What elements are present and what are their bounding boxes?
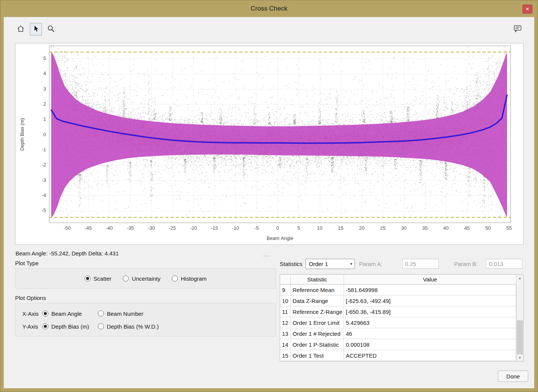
table-row[interactable]: 15 Order 1 Test ACCEPTED bbox=[280, 350, 523, 361]
row-value: [-650.36, -415.89] bbox=[344, 306, 516, 317]
toolbar bbox=[15, 22, 524, 36]
dropdown-value: Order 1 bbox=[309, 261, 328, 267]
radio-scatter-label: Scatter bbox=[94, 275, 112, 282]
home-icon bbox=[17, 25, 25, 34]
row-value: -581.649998 bbox=[344, 284, 516, 295]
cursor-position-readout: Beam Angle: -55.242, Depth Delta: 4.431 bbox=[15, 250, 119, 257]
radio-beam-number[interactable]: Beam Number bbox=[98, 311, 143, 317]
radio-depth-bias-wd-indicator bbox=[98, 323, 104, 329]
y-axis-row: Y-Axis Depth Bias (m) Depth Bias (% W.D.… bbox=[22, 321, 276, 332]
statistics-header: Statistics Order 1 ▾ Param A: Param B: bbox=[280, 258, 524, 269]
radio-uncertainty[interactable]: Uncertainty bbox=[123, 275, 160, 282]
radio-histogram-label: Histogram bbox=[181, 275, 207, 282]
close-button[interactable]: ✕ bbox=[523, 5, 532, 14]
radio-depth-bias-wd-label: Depth Bias (% W.D.) bbox=[107, 323, 159, 330]
row-statistic: Reference Z-Range bbox=[291, 306, 344, 317]
plot-options-group: X-Axis Beam Angle Beam Number Y-Axis Dep… bbox=[15, 303, 276, 337]
param-b-input[interactable] bbox=[486, 259, 523, 269]
annotations-button[interactable] bbox=[512, 23, 524, 35]
row-number: 12 bbox=[280, 317, 291, 328]
row-statistic: Order 1 P-Statistic bbox=[291, 339, 344, 350]
radio-beam-angle-indicator bbox=[42, 311, 48, 317]
radio-uncertainty-indicator bbox=[123, 275, 129, 281]
row-value: 0.000108 bbox=[344, 339, 516, 350]
header-statistic: Statistic bbox=[291, 275, 344, 284]
close-icon: ✕ bbox=[526, 6, 529, 12]
y-axis-label: Y-Axis bbox=[22, 323, 42, 330]
radio-uncertainty-label: Uncertainty bbox=[132, 275, 160, 282]
radio-depth-bias-m-indicator bbox=[42, 323, 48, 329]
scrollbar-thumb[interactable] bbox=[517, 320, 523, 354]
radio-depth-bias-wd[interactable]: Depth Bias (% W.D.) bbox=[98, 323, 159, 330]
row-value: 5.429663 bbox=[344, 317, 516, 328]
radio-histogram[interactable]: Histogram bbox=[172, 275, 207, 282]
plot-panel bbox=[15, 43, 524, 245]
radio-beam-angle[interactable]: Beam Angle bbox=[42, 311, 98, 317]
x-axis-row: X-Axis Beam Angle Beam Number bbox=[22, 308, 276, 319]
table-row[interactable]: 10 Data Z-Range [-625.63, -492.49] bbox=[280, 295, 523, 306]
plot-type-heading: Plot Type bbox=[15, 260, 39, 266]
chevron-down-icon: ▾ bbox=[350, 261, 352, 266]
plot-type-group: Scatter Uncertainty Histogram bbox=[15, 268, 276, 289]
row-number: 13 bbox=[280, 328, 291, 339]
row-statistic: Reference Mean bbox=[291, 284, 344, 295]
row-number: 11 bbox=[280, 306, 291, 317]
header-row-number bbox=[280, 275, 291, 284]
radio-beam-number-label: Beam Number bbox=[107, 311, 143, 317]
table-row[interactable]: 11 Reference Z-Range [-650.36, -415.89] bbox=[280, 306, 523, 317]
zoom-tool-button[interactable] bbox=[45, 23, 57, 35]
pointer-tool-button[interactable] bbox=[30, 23, 42, 35]
radio-depth-bias-m[interactable]: Depth Bias (m) bbox=[42, 323, 98, 330]
cross-check-window: Cross Check ✕ bbox=[0, 0, 538, 392]
crosscheck-scatter-chart[interactable] bbox=[15, 43, 523, 244]
annotation-list-icon bbox=[513, 24, 522, 34]
row-number: 14 bbox=[280, 339, 291, 350]
radio-beam-number-indicator bbox=[98, 311, 104, 317]
param-a-input[interactable] bbox=[402, 259, 439, 269]
table-row[interactable]: 13 Order 1 # Rejected 46 bbox=[280, 328, 523, 339]
magnifier-icon bbox=[47, 25, 55, 34]
row-number: 9 bbox=[280, 284, 291, 295]
table-header: Statistic Value bbox=[280, 275, 523, 284]
row-value: [-625.63, -492.49] bbox=[344, 295, 516, 306]
scroll-down-arrow-icon[interactable]: ▼ bbox=[516, 354, 523, 361]
done-button[interactable]: Done bbox=[498, 370, 528, 382]
row-value: ACCEPTED bbox=[344, 350, 516, 361]
titlebar: Cross Check bbox=[0, 0, 538, 17]
cursor-icon bbox=[33, 25, 39, 34]
statistics-heading: Statistics bbox=[280, 261, 302, 267]
dialog-content: Beam Angle: -55.242, Depth Delta: 4.431 … bbox=[4, 17, 534, 388]
window-title: Cross Check bbox=[251, 5, 287, 12]
scroll-up-arrow-icon[interactable]: ▲ bbox=[516, 275, 523, 281]
radio-scatter-indicator bbox=[85, 275, 91, 281]
home-button[interactable] bbox=[15, 23, 26, 35]
table-row[interactable]: 14 Order 1 P-Statistic 0.000108 bbox=[280, 339, 523, 350]
table-row[interactable]: 12 Order 1 Error Limit 5.429663 bbox=[280, 317, 523, 328]
row-value: 46 bbox=[344, 328, 516, 339]
row-number: 15 bbox=[280, 350, 291, 361]
row-statistic: Data Z-Range bbox=[291, 295, 344, 306]
plot-options-heading: Plot Options bbox=[15, 295, 46, 301]
param-a-label: Param A: bbox=[359, 261, 382, 267]
header-value: Value bbox=[344, 275, 516, 284]
row-statistic: Order 1 Test bbox=[291, 350, 344, 361]
row-statistic: Order 1 # Rejected bbox=[291, 328, 344, 339]
radio-scatter[interactable]: Scatter bbox=[85, 275, 112, 282]
statistics-table: Statistic Value 9 Reference Mean -581.64… bbox=[280, 274, 524, 361]
radio-depth-bias-m-label: Depth Bias (m) bbox=[51, 323, 89, 330]
radio-beam-angle-label: Beam Angle bbox=[51, 311, 82, 317]
x-axis-label: X-Axis bbox=[22, 311, 42, 317]
splitter-grip[interactable] bbox=[264, 255, 273, 257]
table-row[interactable]: 9 Reference Mean -581.649998 bbox=[280, 284, 523, 295]
table-scrollbar[interactable]: ▲ ▼ bbox=[516, 275, 523, 361]
radio-histogram-indicator bbox=[172, 275, 178, 281]
row-statistic: Order 1 Error Limit bbox=[291, 317, 344, 328]
row-number: 10 bbox=[280, 295, 291, 306]
statistics-order-dropdown[interactable]: Order 1 ▾ bbox=[305, 259, 355, 269]
param-b-label: Param B: bbox=[454, 261, 478, 267]
